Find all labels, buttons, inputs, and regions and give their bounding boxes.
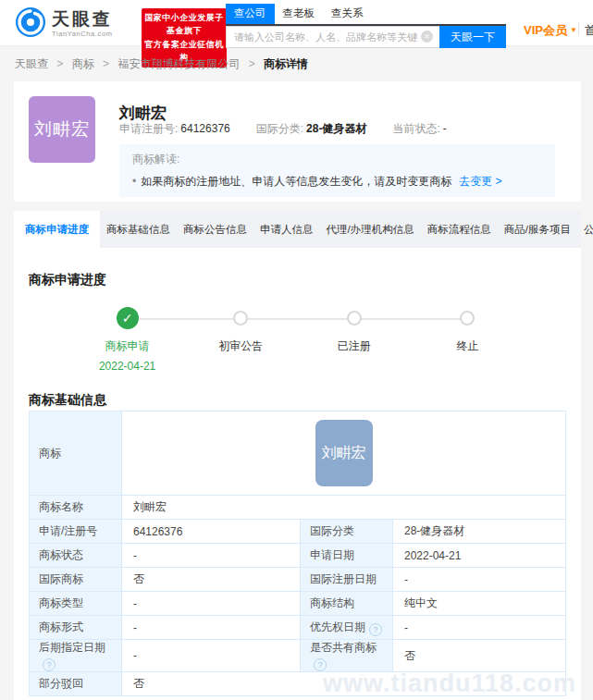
table-value-cell: 否 <box>122 672 566 696</box>
tip-title: 商标解读: <box>132 152 542 167</box>
badge-line-1: 国家中小企业发展子基金旗下 <box>143 11 225 38</box>
trademark-image-tile: 刘畊宏 <box>315 420 373 486</box>
table-value-cell: 2022-04-21 <box>393 544 566 568</box>
brand-name: 天眼查 <box>52 10 113 28</box>
progress-section-heading: 商标申请进度 <box>29 272 106 289</box>
table-label-cell: 国际分类 <box>301 520 393 544</box>
table-row: 商标状态 - 申请日期 2022-04-21 <box>30 544 566 568</box>
tab-process-info[interactable]: 商标流程信息 <box>421 211 498 248</box>
header-divider <box>578 22 579 36</box>
table-label-cell: 后期指定日期? <box>30 640 122 672</box>
help-icon[interactable]: ? <box>369 623 382 636</box>
table-label-cell: 商标 <box>30 411 122 496</box>
progress-stepper: ✓ 商标申请 2022-04-21 初审公告 已注册 终止 <box>14 300 581 379</box>
section-tabbar: 商标申请进度 商标基础信息 商标公告信息 申请人信息 代理/办理机构信息 商标流… <box>14 211 581 248</box>
change-trademark-link[interactable]: 去变更 > <box>459 175 501 188</box>
search-tab-company[interactable]: 查公司 <box>226 4 275 24</box>
table-value-cell: - <box>393 568 566 592</box>
table-label-cell: 国际商标 <box>30 568 122 592</box>
table-value-cell: - <box>122 592 301 616</box>
logo[interactable]: 天眼查 TianYanCha.com <box>15 6 113 42</box>
tab-notice-info[interactable]: 公告信息 <box>577 211 593 248</box>
table-label-cell: 是否共有商标? <box>301 640 393 672</box>
breadcrumb-separator: > <box>56 57 63 70</box>
breadcrumb-home[interactable]: 天眼查 <box>15 57 48 70</box>
breadcrumb-trademark[interactable]: 商标 <box>72 57 94 70</box>
chevron-down-icon: ▼ <box>570 26 577 34</box>
table-value-cell: - <box>122 544 301 568</box>
tianyancha-logo-icon <box>15 6 46 42</box>
top-header: 天眼查 TianYanCha.com 国家中小企业发展子基金旗下 官方备案企业征… <box>0 0 593 46</box>
table-value-cell: - <box>122 640 301 672</box>
table-row: 商标形式 - 优先权日期? - <box>30 616 566 640</box>
page: 天眼查 TianYanCha.com 国家中小企业发展子基金旗下 官方备案企业征… <box>0 0 593 700</box>
tab-applicant-info[interactable]: 申请人信息 <box>253 211 320 248</box>
table-value-cell: - <box>122 616 301 640</box>
table-value-cell: - <box>393 616 566 640</box>
basic-info-table: 商标 刘畊宏 商标名称 刘畊宏 申请/注册号 64126376 国际分类 28-… <box>29 411 566 696</box>
table-label-cell: 申请/注册号 <box>30 520 122 544</box>
vip-menu[interactable]: VIP会员▼ <box>524 22 577 39</box>
search-tabs: 查公司 查老板 查关系 <box>226 4 506 26</box>
tab-goods-services[interactable]: 商品/服务项目 <box>498 211 577 248</box>
step-terminated: 终止 <box>398 300 537 354</box>
table-row: 部分驳回 否 <box>30 672 566 696</box>
step-pending-icon <box>460 311 475 325</box>
breadcrumb-company[interactable]: 福安市翔博科技有限公司 <box>117 57 240 70</box>
partial-nav-item[interactable]: 首 <box>585 22 593 39</box>
table-label-cell: 商标形式 <box>30 616 122 640</box>
search-tab-boss[interactable]: 查老板 <box>275 4 324 24</box>
table-label-cell: 商标类型 <box>30 592 122 616</box>
trademark-image-cell: 刘畊宏 <box>122 411 566 496</box>
table-row: 后期指定日期? - 是否共有商标? 否 <box>30 640 566 672</box>
step-date: 2022-04-21 <box>58 360 197 373</box>
meta-reg-number: 申请注册号:64126376 <box>119 121 230 137</box>
table-label-cell: 申请日期 <box>301 544 393 568</box>
table-value-cell: 64126376 <box>122 520 301 544</box>
tip-text: 如果商标的注册地址、申请人等信息发生变化，请及时变更商标 <box>141 175 451 188</box>
table-row: 国际商标 否 国际注册日期 - <box>30 568 566 592</box>
tab-announcement-info[interactable]: 商标公告信息 <box>177 211 253 248</box>
meta-current-status: 当前状态:- <box>392 121 446 137</box>
tab-basic-info[interactable]: 商标基础信息 <box>100 211 177 248</box>
main-content: 商标申请进度 ✓ 商标申请 2022-04-21 初审公告 已注册 终止 商标基… <box>14 248 581 700</box>
help-icon[interactable]: ? <box>43 658 56 671</box>
step-done-icon: ✓ <box>117 307 139 329</box>
table-row: 申请/注册号 64126376 国际分类 28-健身器材 <box>30 520 566 544</box>
trademark-tip-box: 商标解读: •如果商标的注册地址、申请人等信息发生变化，请及时变更商标去变更 > <box>119 144 555 197</box>
table-value-cell: 刘畊宏 <box>122 496 566 520</box>
trademark-meta-row: 申请注册号:64126376 国际分类:28-健身器材 当前状态:- <box>119 121 447 137</box>
breadcrumb-separator: > <box>249 57 255 70</box>
tab-agency-info[interactable]: 代理/办理机构信息 <box>320 211 421 248</box>
table-value-cell: 否 <box>122 568 301 592</box>
basic-info-section-heading: 商标基础信息 <box>29 392 106 409</box>
table-label-cell: 部分驳回 <box>30 672 122 696</box>
brand-domain: TianYanCha.com <box>52 30 113 38</box>
table-label-cell: 商标状态 <box>30 544 122 568</box>
clear-icon[interactable]: × <box>421 31 433 43</box>
vip-label: VIP会员 <box>524 23 567 37</box>
search-block: 查公司 查老板 查关系 × 天眼一下 <box>226 4 506 48</box>
table-row: 商标类型 - 商标结构 纯中文 <box>30 592 566 616</box>
tab-trademark-progress[interactable]: 商标申请进度 <box>14 211 100 248</box>
step-pending-icon <box>233 311 248 325</box>
table-value-cell: 否 <box>393 640 566 672</box>
breadcrumb-current: 商标详情 <box>264 57 308 70</box>
step-pending-icon <box>347 311 362 325</box>
table-value-cell: 纯中文 <box>393 592 566 616</box>
table-row: 商标名称 刘畊宏 <box>30 496 566 520</box>
table-label-cell: 商标名称 <box>30 496 122 520</box>
meta-intl-class: 国际分类:28-健身器材 <box>256 121 367 137</box>
search-input[interactable] <box>226 26 439 48</box>
table-label-cell: 商标结构 <box>301 592 393 616</box>
tip-line: •如果商标的注册地址、申请人等信息发生变化，请及时变更商标去变更 > <box>132 174 542 190</box>
table-label-cell: 国际注册日期 <box>301 568 393 592</box>
search-button[interactable]: 天眼一下 <box>439 26 506 48</box>
trademark-header-card: 刘畊宏 刘畊宏 申请注册号:64126376 国际分类:28-健身器材 当前状态… <box>14 81 581 202</box>
trademark-image-tile: 刘畊宏 <box>29 96 95 163</box>
breadcrumb-separator: > <box>103 57 109 70</box>
table-label-cell: 优先权日期? <box>301 616 393 640</box>
search-tab-relation[interactable]: 查关系 <box>323 4 372 24</box>
table-value-cell: 28-健身器材 <box>393 520 566 544</box>
help-icon[interactable]: ? <box>314 658 327 671</box>
